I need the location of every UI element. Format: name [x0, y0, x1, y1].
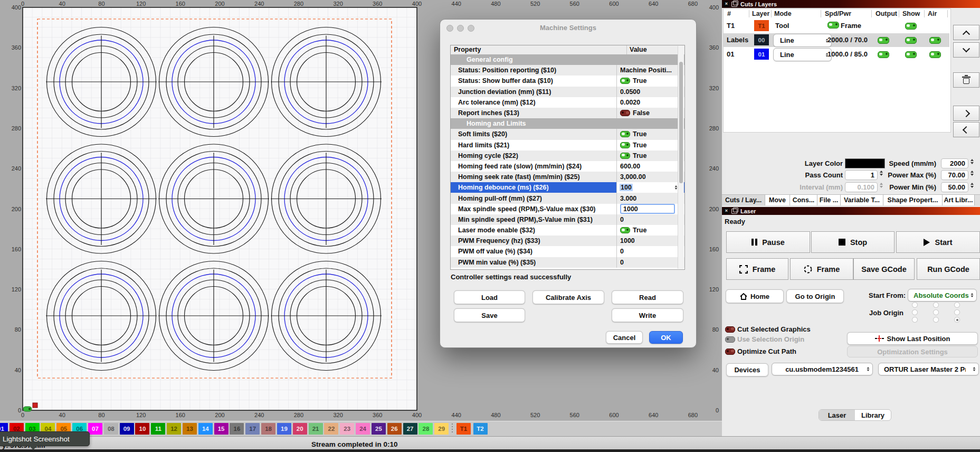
settings-row-junction-deviation--mm----11-[interactable]: Junction deviation (mm) ($11)0.0500	[451, 87, 684, 97]
palette-chip-27[interactable]: 27	[403, 423, 417, 435]
settings-scrollbar[interactable]	[678, 46, 684, 269]
palette-chip-12[interactable]: 12	[167, 423, 181, 435]
calibrate-axis-button[interactable]: Calibrate Axis	[532, 290, 604, 304]
settings-row-homing-debounce--ms----26-[interactable]: Homing debounce (ms) ($26)100	[451, 182, 684, 193]
settings-row-hard-limits---21-[interactable]: Hard limits ($21)True	[451, 140, 684, 150]
job-origin-radio-1[interactable]	[933, 302, 939, 308]
layer-move-up-button[interactable]	[953, 25, 979, 40]
pass-count-stepper[interactable]	[880, 171, 883, 176]
job-origin-radio-2[interactable]	[954, 302, 960, 308]
panel-tab-variablet[interactable]: Variable T...	[841, 195, 883, 205]
window-minimize-button[interactable]	[457, 25, 464, 32]
panel-tab-file[interactable]: File ...	[817, 195, 841, 205]
frame-rect-button[interactable]: Frame	[726, 258, 788, 280]
layer-move-down-button[interactable]	[953, 42, 979, 58]
palette-chip-T1[interactable]: T1	[456, 423, 471, 435]
palette-chip-T2[interactable]: T2	[473, 423, 488, 435]
settings-row-pwm-min-value-------35-[interactable]: PWM min value (%) ($35)0	[451, 257, 684, 268]
palette-chip-09[interactable]: 09	[120, 423, 134, 435]
show-last-position-button[interactable]: Show Last Position	[847, 332, 978, 345]
job-origin-radio-7[interactable]	[933, 317, 939, 323]
power-min-input[interactable]: 50.00	[941, 182, 968, 192]
layer-row-Labels[interactable]: Labels00Line2000.0 / 70.0	[724, 33, 949, 47]
homing-debounce-input[interactable]: 100	[617, 182, 679, 193]
device-select[interactable]: ORTUR Laser Master 2 Pro	[878, 363, 979, 375]
settings-row-report-inches---13-[interactable]: Report inches ($13)False	[451, 108, 684, 118]
save-gcode-button[interactable]: Save GCode	[853, 258, 915, 280]
tab-laser[interactable]: Laser	[819, 410, 855, 420]
job-origin-radio-3[interactable]	[912, 309, 918, 315]
palette-chip-21[interactable]: 21	[309, 423, 323, 435]
panel-tab-move[interactable]: Move	[765, 195, 790, 205]
start-button[interactable]: Start	[896, 231, 980, 253]
palette-chip-07[interactable]: 07	[88, 423, 102, 435]
layer-show-toggle[interactable]	[905, 51, 917, 58]
setting-value[interactable]: True	[616, 129, 679, 139]
settings-row-min-spindle-speed--rpm--s-value-min---31-[interactable]: Min spindle speed (RPM),S-Value min ($31…	[451, 214, 684, 225]
cancel-button[interactable]: Cancel	[606, 331, 643, 344]
settings-row-soft-limits---20-[interactable]: Soft limits ($20)True	[451, 129, 684, 139]
settings-row-homing-feed-rate--slow---mm-min----24-[interactable]: Homing feed rate (slow) (mm/min) ($24)60…	[451, 161, 684, 172]
coaster-design[interactable]	[46, 27, 157, 137]
port-select[interactable]: cu.usbmodem1234561	[772, 363, 873, 375]
setting-value[interactable]: True	[616, 150, 679, 161]
palette-chip-13[interactable]: 13	[183, 423, 197, 435]
settings-row-pwm-frequency--hz----33-[interactable]: PWM Frequency (hz) ($33)1000	[451, 236, 684, 246]
devices-button[interactable]: Devices	[726, 363, 768, 376]
save-button[interactable]: Save	[454, 308, 525, 322]
pass-count-input[interactable]: 1	[845, 170, 878, 180]
layer-left-button[interactable]	[953, 122, 979, 137]
palette-chip-17[interactable]: 17	[245, 423, 260, 435]
layer-chip-00[interactable]: 00	[754, 34, 769, 45]
layer-output-toggle[interactable]	[878, 51, 889, 58]
layer-row-T1[interactable]: T1T1ToolFrame	[724, 19, 949, 33]
layer-right-button[interactable]	[953, 106, 979, 121]
settings-row-max-spindle-speed--rpm--s-value-max---30-[interactable]: Max spindle speed (RPM),S-Value max ($30…	[451, 204, 684, 214]
layer-delete-button[interactable]	[953, 72, 979, 88]
close-icon[interactable]: ×	[724, 1, 729, 7]
panel-tab-cutslay[interactable]: Cuts / Lay...	[722, 195, 765, 205]
settings-row-arc-tolerance--mm----12-[interactable]: Arc tolerance (mm) ($12)0.0020	[451, 97, 684, 108]
layer-show-toggle[interactable]	[905, 23, 917, 30]
palette-chip-26[interactable]: 26	[387, 423, 402, 435]
window-zoom-button[interactable]	[468, 25, 474, 32]
speed-stepper[interactable]	[971, 159, 974, 164]
palette-chip-19[interactable]: 19	[277, 423, 291, 435]
coaster-design[interactable]	[271, 261, 382, 371]
coaster-design[interactable]	[46, 261, 157, 371]
job-origin-radio-0[interactable]	[912, 302, 918, 308]
panel-tab-shapepropert[interactable]: Shape Propert...	[883, 195, 943, 205]
palette-chip-25[interactable]: 25	[372, 423, 386, 435]
setting-value[interactable]: 1000	[616, 204, 679, 214]
coaster-design[interactable]	[46, 144, 157, 253]
layer-mode-select[interactable]: Line	[773, 48, 832, 61]
detach-window-icon[interactable]	[731, 2, 737, 7]
job-origin-radio-8[interactable]	[954, 317, 960, 323]
palette-chip-22[interactable]: 22	[324, 423, 338, 435]
layer-show-toggle[interactable]	[905, 37, 917, 44]
setting-value[interactable]: True	[616, 140, 679, 150]
layer-mode-select[interactable]: Line	[773, 34, 832, 47]
ok-button[interactable]: OK	[649, 331, 683, 344]
coaster-design[interactable]	[158, 27, 269, 137]
palette-chip-11[interactable]: 11	[151, 423, 165, 435]
palette-chip-10[interactable]: 10	[135, 423, 149, 435]
optimize-cut-path-toggle[interactable]: Optimize Cut Path	[725, 347, 796, 355]
layer-color-swatch[interactable]	[845, 158, 885, 168]
settings-row-status--position-reporting---10-[interactable]: Status: Position reporting ($10)Machine …	[451, 65, 684, 76]
layer-chip-01[interactable]: 01	[754, 49, 769, 60]
frame-circle-button[interactable]: Frame	[790, 258, 853, 280]
coaster-design[interactable]	[158, 261, 269, 371]
load-button[interactable]: Load	[454, 290, 525, 304]
palette-chip-28[interactable]: 28	[418, 423, 433, 435]
palette-chip-23[interactable]: 23	[340, 423, 354, 435]
setting-value[interactable]: True	[616, 225, 679, 236]
setting-value[interactable]: True	[616, 76, 679, 86]
layer-output-toggle[interactable]	[878, 37, 889, 44]
power-max-input[interactable]: 70.00	[941, 170, 968, 180]
tab-library[interactable]: Library	[855, 410, 891, 420]
coaster-design[interactable]	[271, 27, 382, 137]
start-from-select[interactable]: Absolute Coords	[908, 289, 977, 302]
power-max-stepper[interactable]	[971, 171, 974, 176]
setting-value[interactable]: 100	[616, 182, 679, 193]
